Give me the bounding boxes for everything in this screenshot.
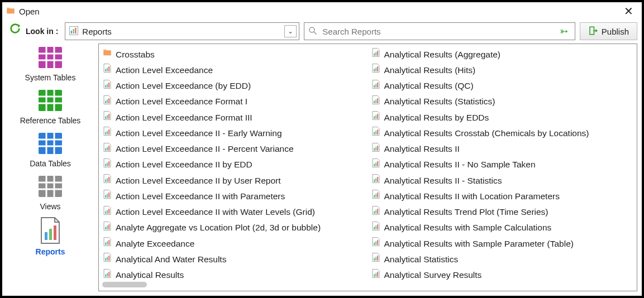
sidebar-item-views[interactable]: Views — [2, 172, 98, 213]
report-item[interactable]: Analyte Aggregate vs Location Plot (2d, … — [101, 220, 365, 235]
svg-rect-103 — [375, 210, 376, 214]
svg-rect-72 — [374, 54, 375, 56]
publish-label: Publish — [602, 27, 629, 36]
file-label: Action Level Exceedance II with Water Le… — [116, 205, 315, 218]
file-label: Analytical Survey Results — [384, 268, 482, 281]
report-item[interactable]: Analytical Results Crosstab (Chemicals b… — [370, 125, 634, 141]
report-item[interactable]: Action Level Exceedance — [101, 62, 365, 78]
svg-rect-84 — [374, 117, 375, 119]
file-label: Action Level Exceedance II by User Repor… — [116, 174, 281, 187]
report-item[interactable]: Action Level Exceedance II with Paramete… — [101, 188, 365, 204]
report-item[interactable]: Analytical Results (Statistics) — [370, 94, 634, 109]
svg-rect-95 — [377, 161, 378, 166]
svg-rect-60 — [105, 227, 106, 229]
file-label: Action Level Exceedance II - Percent Var… — [116, 142, 294, 155]
lookin-dropdown[interactable]: Reports ⌄ — [65, 22, 299, 40]
chart-icon — [371, 79, 381, 93]
svg-rect-92 — [377, 146, 378, 151]
svg-rect-55 — [107, 194, 108, 198]
report-item[interactable]: Analytical Results Trend Plot (Time Seri… — [370, 204, 634, 220]
report-item[interactable]: Action Level Exceedance II - Early Warni… — [101, 125, 365, 141]
views-icon — [37, 174, 63, 201]
sidebar-item-system-tables[interactable]: System Tables — [2, 44, 98, 84]
report-item[interactable]: Analytical And Water Results — [101, 251, 365, 267]
go-arrow-icon[interactable]: ➳ — [556, 25, 571, 37]
report-item[interactable]: Analytical Results (Aggregate) — [370, 46, 634, 62]
svg-rect-50 — [108, 161, 109, 166]
svg-rect-90 — [374, 148, 375, 151]
chart-icon — [371, 205, 381, 219]
report-item[interactable]: Action Level Exceedance Format I — [101, 94, 365, 109]
chart-icon — [371, 221, 381, 234]
svg-rect-46 — [107, 147, 108, 151]
svg-rect-59 — [108, 209, 109, 214]
file-label: Analytical And Water Results — [116, 253, 226, 266]
chart-icon — [371, 252, 381, 266]
report-item[interactable]: Analytical Results II — [370, 141, 634, 157]
file-label: Action Level Exceedance II by EDD — [116, 158, 252, 171]
report-item[interactable]: Action Level Exceedance (by EDD) — [101, 78, 365, 94]
report-item[interactable]: Analyte Exceedance — [101, 235, 365, 251]
publish-button[interactable]: Publish — [580, 22, 637, 40]
svg-rect-83 — [377, 98, 378, 103]
svg-rect-28 — [49, 229, 52, 240]
data-tables-icon — [37, 131, 63, 158]
svg-rect-94 — [375, 162, 376, 166]
file-label: Analytical Results with Sample Parameter… — [384, 237, 574, 250]
chart-icon — [102, 158, 112, 171]
chart-icon — [102, 174, 112, 187]
svg-rect-65 — [108, 240, 109, 245]
report-item[interactable]: Analytical Results with Sample Parameter… — [370, 235, 634, 251]
svg-point-4 — [309, 27, 314, 32]
chart-icon — [371, 189, 381, 203]
report-item[interactable]: Analytical Results (QC) — [370, 78, 634, 94]
search-box[interactable]: ➳ — [304, 22, 575, 40]
close-button[interactable]: ✕ — [618, 6, 638, 17]
report-item[interactable]: Action Level Exceedance II - Percent Var… — [101, 141, 365, 157]
svg-rect-40 — [107, 115, 108, 119]
sidebar-item-reports[interactable]: Reports — [2, 215, 98, 258]
svg-rect-48 — [105, 164, 106, 166]
report-item[interactable]: Analytical Results — [101, 267, 365, 283]
report-item[interactable]: Action Level Exceedance II with Water Le… — [101, 204, 365, 220]
report-item[interactable]: Analytical Survey Results — [370, 267, 634, 283]
refresh-button[interactable] — [9, 22, 21, 36]
search-input[interactable] — [321, 26, 552, 37]
sidebar-item-data-tables[interactable]: Data Tables — [2, 129, 98, 170]
file-label: Analytical Results (Statistics) — [384, 95, 495, 108]
svg-rect-73 — [375, 52, 376, 56]
report-item[interactable]: Action Level Exceedance Format III — [101, 109, 365, 125]
svg-rect-98 — [377, 177, 378, 182]
horizontal-scrollbar-thumb[interactable] — [102, 282, 147, 287]
report-item[interactable]: Analytical Results (Hits) — [370, 62, 634, 78]
report-item[interactable]: Action Level Exceedance II by EDD — [101, 157, 365, 172]
report-item[interactable]: Analytical Results by EDDs — [370, 109, 634, 125]
file-label: Analyte Exceedance — [116, 237, 194, 250]
sidebar-item-label: Views — [40, 202, 60, 211]
svg-rect-61 — [107, 225, 108, 229]
folder-item[interactable]: Crosstabs — [101, 46, 365, 62]
toolbar: Look in : Reports ⌄ ➳ Publish — [2, 19, 642, 44]
sidebar-item-label: Data Tables — [30, 159, 71, 168]
file-list: CrosstabsAction Level ExceedanceAction L… — [98, 44, 637, 291]
report-item[interactable]: Analytical Statistics — [370, 251, 634, 267]
sidebar-item-reference-tables[interactable]: Reference Tables — [2, 86, 98, 127]
svg-rect-82 — [375, 99, 376, 103]
svg-rect-97 — [375, 178, 376, 182]
svg-rect-32 — [108, 66, 109, 71]
chart-icon — [371, 237, 381, 250]
file-label: Analytical Results Crosstab (Chemicals b… — [384, 127, 589, 140]
report-item[interactable]: Analytical Results II - Statistics — [370, 172, 634, 188]
svg-rect-33 — [105, 85, 106, 88]
report-item[interactable]: Action Level Exceedance II by User Repor… — [101, 172, 365, 188]
svg-rect-77 — [377, 66, 378, 71]
svg-rect-107 — [377, 224, 378, 229]
report-item[interactable]: Analytical Results with Sample Calculati… — [370, 220, 634, 235]
chart-icon — [69, 26, 79, 37]
chart-icon — [371, 268, 381, 282]
report-item[interactable]: Analytical Results II - No Sample Taken — [370, 157, 634, 172]
svg-rect-102 — [374, 211, 375, 214]
svg-rect-116 — [377, 272, 378, 277]
lookin-label: Look in : — [26, 27, 60, 36]
report-item[interactable]: Analytical Results II with Location Para… — [370, 188, 634, 204]
